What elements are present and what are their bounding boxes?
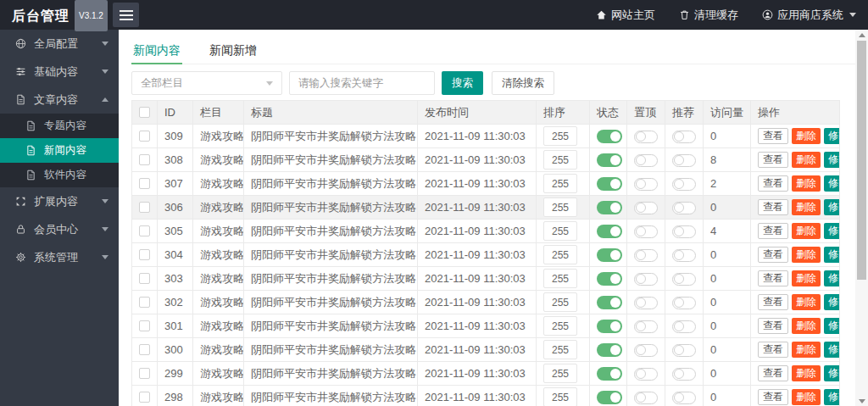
status-toggle[interactable]	[597, 130, 622, 143]
tab-2[interactable]: 新闻新增	[208, 38, 259, 63]
sidebar-subitem-1[interactable]: 专题内容	[0, 114, 119, 138]
delete-button[interactable]: 删除	[792, 223, 821, 239]
scrollbar-down-arrow[interactable]	[855, 396, 868, 406]
sidebar-item-4[interactable]: 扩展内容	[0, 187, 119, 215]
sidebar-item-6[interactable]: 系统管理	[0, 243, 119, 271]
delete-button[interactable]: 删除	[792, 389, 821, 405]
recommend-toggle[interactable]	[672, 344, 696, 357]
top-toggle[interactable]	[634, 249, 658, 262]
clear-search-button[interactable]: 清除搜索	[492, 71, 554, 95]
delete-button[interactable]: 删除	[792, 152, 821, 168]
sort-input[interactable]	[543, 126, 577, 146]
edit-button[interactable]: 修改	[824, 318, 840, 334]
status-toggle[interactable]	[597, 320, 622, 333]
top-toggle[interactable]	[634, 131, 658, 143]
view-button[interactable]: 查看	[758, 247, 788, 263]
top-toggle[interactable]	[634, 344, 658, 357]
top-toggle[interactable]	[634, 392, 658, 404]
recommend-toggle[interactable]	[672, 392, 696, 404]
edit-button[interactable]: 修改	[824, 175, 840, 192]
sidebar-subitem-2[interactable]: 新闻内容	[0, 138, 119, 163]
row-checkbox[interactable]	[139, 202, 150, 213]
delete-button[interactable]: 删除	[792, 199, 821, 215]
delete-button[interactable]: 删除	[792, 318, 821, 334]
recommend-toggle[interactable]	[672, 297, 696, 309]
delete-button[interactable]: 删除	[792, 294, 821, 310]
delete-button[interactable]: 删除	[792, 365, 821, 381]
sidebar-item-5[interactable]: 会员中心	[0, 215, 119, 243]
view-button[interactable]: 查看	[758, 223, 788, 239]
row-checkbox[interactable]	[139, 392, 150, 403]
vertical-scrollbar[interactable]	[855, 30, 868, 406]
view-button[interactable]: 查看	[758, 294, 788, 310]
sort-input[interactable]	[543, 364, 577, 383]
row-checkbox[interactable]	[139, 249, 150, 260]
sort-input[interactable]	[543, 292, 577, 312]
status-toggle[interactable]	[597, 248, 622, 262]
view-button[interactable]: 查看	[758, 152, 788, 168]
sort-input[interactable]	[543, 174, 577, 193]
sort-input[interactable]	[543, 197, 577, 217]
row-checkbox[interactable]	[139, 273, 150, 284]
menu-toggle-button[interactable]	[113, 3, 139, 27]
sidebar-subitem-3[interactable]: 软件内容	[0, 163, 119, 187]
top-toggle[interactable]	[634, 320, 658, 333]
delete-button[interactable]: 删除	[792, 128, 821, 144]
top-toggle[interactable]	[634, 178, 658, 191]
recommend-toggle[interactable]	[672, 320, 696, 333]
status-toggle[interactable]	[597, 391, 622, 404]
topnav-item-2[interactable]: 清理缓存	[679, 8, 738, 23]
search-button[interactable]: 搜索	[442, 71, 483, 95]
recommend-toggle[interactable]	[672, 273, 696, 286]
sort-input[interactable]	[543, 316, 577, 336]
recommend-toggle[interactable]	[672, 154, 696, 167]
recommend-toggle[interactable]	[672, 202, 696, 214]
sidebar-item-2[interactable]: 基础内容	[0, 58, 119, 86]
edit-button[interactable]: 修改	[824, 223, 840, 239]
view-button[interactable]: 查看	[758, 128, 788, 144]
top-toggle[interactable]	[634, 297, 658, 309]
status-toggle[interactable]	[597, 272, 622, 286]
recommend-toggle[interactable]	[672, 178, 696, 191]
sort-input[interactable]	[543, 387, 577, 406]
edit-button[interactable]: 修改	[824, 128, 840, 144]
recommend-toggle[interactable]	[672, 368, 696, 381]
select-all-checkbox[interactable]	[139, 107, 150, 118]
top-toggle[interactable]	[634, 368, 658, 381]
sort-input[interactable]	[543, 150, 577, 170]
row-checkbox[interactable]	[139, 368, 150, 379]
recommend-toggle[interactable]	[672, 131, 696, 143]
edit-button[interactable]: 修改	[824, 152, 840, 168]
edit-button[interactable]: 修改	[824, 389, 840, 405]
scrollbar-thumb[interactable]	[857, 41, 866, 280]
status-toggle[interactable]	[597, 201, 622, 214]
sort-input[interactable]	[543, 340, 577, 359]
edit-button[interactable]: 修改	[824, 247, 840, 263]
edit-button[interactable]: 修改	[824, 342, 840, 358]
edit-button[interactable]: 修改	[824, 270, 840, 286]
status-toggle[interactable]	[597, 225, 622, 238]
topnav-item-3[interactable]: 应用商店系统	[762, 8, 856, 23]
view-button[interactable]: 查看	[758, 342, 788, 358]
recommend-toggle[interactable]	[672, 249, 696, 262]
status-toggle[interactable]	[597, 177, 622, 191]
sort-input[interactable]	[543, 245, 577, 264]
delete-button[interactable]: 删除	[792, 247, 821, 263]
search-input[interactable]	[289, 71, 435, 95]
top-toggle[interactable]	[634, 202, 658, 214]
recommend-toggle[interactable]	[672, 225, 696, 238]
view-button[interactable]: 查看	[758, 389, 788, 405]
status-toggle[interactable]	[597, 153, 622, 167]
row-checkbox[interactable]	[139, 344, 150, 355]
row-checkbox[interactable]	[139, 131, 150, 142]
status-toggle[interactable]	[597, 343, 622, 357]
view-button[interactable]: 查看	[758, 175, 788, 192]
category-select[interactable]: 全部栏目	[131, 71, 282, 95]
edit-button[interactable]: 修改	[824, 294, 840, 310]
delete-button[interactable]: 删除	[792, 342, 821, 358]
row-checkbox[interactable]	[139, 320, 150, 331]
sidebar-item-1[interactable]: 全局配置	[0, 30, 119, 58]
top-toggle[interactable]	[634, 273, 658, 286]
delete-button[interactable]: 删除	[792, 270, 821, 286]
status-toggle[interactable]	[597, 367, 622, 381]
